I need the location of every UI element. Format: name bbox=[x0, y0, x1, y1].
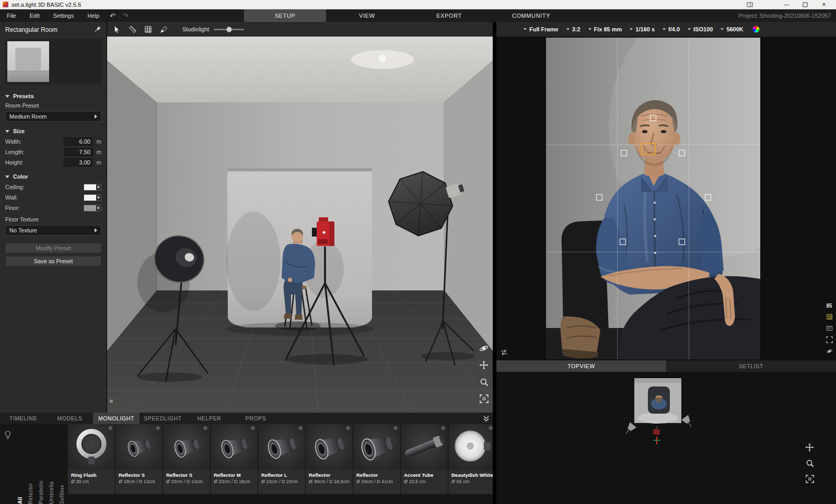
grid-toggle-icon[interactable] bbox=[144, 25, 153, 34]
monolight-item[interactable]: ☆ Accent Tube Ø 10,5 cm bbox=[401, 424, 448, 494]
monolight-item[interactable]: ☆ Reflector L Ø 23cm / D 23cm bbox=[258, 424, 305, 494]
studiolight-slider[interactable] bbox=[214, 29, 244, 30]
tab-export[interactable]: EXPORT bbox=[408, 9, 490, 22]
favorite-star-icon[interactable]: ☆ bbox=[203, 425, 208, 431]
white-balance-dropdown[interactable]: 5600K bbox=[721, 26, 743, 32]
favorite-star-icon[interactable]: ☆ bbox=[345, 425, 351, 431]
menu-help[interactable]: Help bbox=[80, 9, 106, 22]
aspect-ratio-dropdown[interactable]: 3:2 bbox=[566, 26, 580, 32]
save-as-preset-button[interactable]: Save as Preset bbox=[5, 256, 101, 266]
shutter-speed-dropdown[interactable]: 1/160 s bbox=[630, 26, 655, 32]
tab-setlist[interactable]: SETLIST bbox=[666, 360, 836, 372]
switch-view-icon[interactable] bbox=[500, 348, 508, 357]
menu-settings[interactable]: Settings bbox=[47, 9, 81, 22]
tab-helper[interactable]: HELPER bbox=[186, 413, 233, 424]
frame-mask-icon[interactable] bbox=[826, 336, 833, 343]
presets-section-header[interactable]: Presets bbox=[0, 89, 107, 101]
tab-topview[interactable]: TOPVIEW bbox=[496, 360, 666, 372]
favorite-star-icon[interactable]: ☆ bbox=[488, 425, 493, 431]
category-softbox[interactable]: Softbox bbox=[56, 424, 67, 504]
category-umbrella[interactable]: Umbrella bbox=[46, 424, 56, 504]
floor-color-swatch[interactable] bbox=[84, 205, 101, 212]
category-reflector[interactable]: Relector bbox=[25, 424, 36, 504]
pin-icon[interactable] bbox=[95, 26, 101, 34]
pan-icon[interactable] bbox=[805, 443, 814, 452]
monolight-size: Ø 30cm / D 18,5cm bbox=[306, 478, 353, 485]
ceiling-color-swatch[interactable] bbox=[84, 184, 101, 191]
tab-timeline[interactable]: TIMELINE bbox=[0, 413, 47, 424]
studiolight-label: Studiolight bbox=[182, 26, 209, 32]
tab-props[interactable]: PROPS bbox=[233, 413, 279, 424]
length-input[interactable]: 7.50 bbox=[64, 148, 93, 156]
camera-rendered-photo[interactable] bbox=[546, 38, 760, 359]
menu-file[interactable]: File bbox=[0, 9, 23, 22]
height-input[interactable]: 3.00 bbox=[64, 158, 93, 167]
monolight-item[interactable]: ☆ Reflector M Ø 23cm / D 18cm bbox=[211, 424, 258, 494]
color-section-header[interactable]: Color bbox=[0, 169, 107, 182]
fullscreen-icon[interactable] bbox=[805, 474, 814, 483]
collapse-bottom-panel-icon[interactable] bbox=[483, 413, 493, 424]
zoom-icon[interactable] bbox=[479, 377, 489, 386]
collapse-sidebar-icon[interactable]: « bbox=[109, 397, 113, 404]
monolight-item[interactable]: ☆ Reflector Ø 30cm / D 18,5cm bbox=[306, 424, 353, 494]
favorite-star-icon[interactable]: ☆ bbox=[440, 425, 446, 431]
favorite-star-icon[interactable]: ☆ bbox=[155, 425, 160, 431]
topview-model[interactable] bbox=[648, 386, 670, 414]
monolight-item[interactable]: ☆ Beautydish White Ø 56 cm bbox=[448, 424, 493, 494]
maximize-button[interactable] bbox=[796, 0, 815, 9]
tab-speedlight[interactable]: SPEEDLIGHT bbox=[140, 413, 186, 424]
overlay-grid-icon[interactable] bbox=[826, 313, 833, 320]
tab-community[interactable]: COMMUNITY bbox=[490, 9, 572, 22]
favorite-star-icon[interactable]: ☆ bbox=[298, 425, 303, 431]
tab-monolight[interactable]: MONOLIGHT bbox=[93, 413, 140, 424]
measure-ruler-icon[interactable] bbox=[128, 25, 137, 34]
undo-icon[interactable]: ↶ bbox=[110, 12, 115, 20]
favorite-star-icon[interactable]: ☆ bbox=[108, 425, 113, 431]
iso-dropdown[interactable]: ISO100 bbox=[688, 26, 713, 32]
favorite-star-icon[interactable]: ☆ bbox=[250, 425, 256, 431]
tab-setup[interactable]: SETUP bbox=[244, 9, 326, 22]
width-input[interactable]: 6.00 bbox=[64, 137, 93, 146]
size-section-header[interactable]: Size bbox=[0, 124, 107, 136]
tab-models[interactable]: MODELS bbox=[47, 413, 93, 424]
monolight-item[interactable]: ☆ Ring Flash Ø 30 cm bbox=[68, 424, 115, 494]
focal-length-dropdown[interactable]: Fix 85 mm bbox=[588, 26, 622, 32]
aperture-dropdown[interactable]: f/4.0 bbox=[663, 26, 680, 32]
close-button[interactable]: ✕ bbox=[815, 0, 833, 9]
menu-edit[interactable]: Edit bbox=[23, 9, 47, 22]
favorite-star-icon[interactable]: ☆ bbox=[393, 425, 398, 431]
topview-panel[interactable] bbox=[496, 372, 836, 504]
draw-pen-icon[interactable] bbox=[159, 25, 168, 34]
studiolight-slider-handle[interactable] bbox=[226, 27, 232, 32]
camera-orbit-icon[interactable] bbox=[826, 347, 833, 355]
category-parabolic[interactable]: Parabolic bbox=[36, 424, 46, 504]
lightbulb-icon[interactable] bbox=[3, 430, 12, 439]
redo-icon[interactable]: ↷ bbox=[123, 12, 129, 20]
select-cursor-icon[interactable] bbox=[112, 25, 121, 34]
minimize-button[interactable]: — bbox=[777, 0, 796, 9]
pan-icon[interactable] bbox=[479, 360, 489, 370]
tab-view[interactable]: VIEW bbox=[326, 9, 408, 22]
room-preset-dropdown[interactable]: Medium Room bbox=[5, 111, 101, 122]
window-title: set.a.light 3D BASIC v2.5.6 bbox=[11, 2, 81, 8]
width-row: Width: 6.00 m bbox=[0, 136, 107, 147]
sensor-format-dropdown[interactable]: Full Frame bbox=[524, 26, 559, 32]
monolight-item[interactable]: ☆ Reflector Ø 34cm / D 41cm bbox=[353, 424, 400, 494]
fullscreen-icon[interactable] bbox=[479, 394, 489, 403]
floor-texture-dropdown[interactable]: No Texture bbox=[5, 225, 101, 236]
category-all[interactable]: All bbox=[15, 424, 25, 504]
orbit-icon[interactable] bbox=[479, 344, 489, 353]
topview-scene bbox=[496, 372, 836, 504]
wall-color-swatch[interactable] bbox=[84, 194, 101, 201]
studio-3d-viewport[interactable]: « bbox=[107, 37, 493, 413]
monolight-item[interactable]: ☆ Reflector S Ø 18cm / D 13cm bbox=[115, 424, 162, 494]
ceiling-color-row: Ceiling: bbox=[0, 182, 107, 192]
ring-flash-thumbnail: ☆ bbox=[68, 424, 115, 470]
setcard-icon[interactable] bbox=[826, 324, 833, 332]
monolight-item[interactable]: ☆ Reflector S Ø 23cm / D 13cm bbox=[163, 424, 210, 494]
room-preview-thumbnail[interactable] bbox=[7, 41, 49, 82]
color-wheel-icon[interactable] bbox=[752, 26, 760, 33]
window-layout-icon[interactable] bbox=[740, 0, 759, 9]
zoom-icon[interactable] bbox=[805, 459, 814, 467]
modify-preset-button[interactable]: Modify Preset bbox=[5, 243, 101, 253]
